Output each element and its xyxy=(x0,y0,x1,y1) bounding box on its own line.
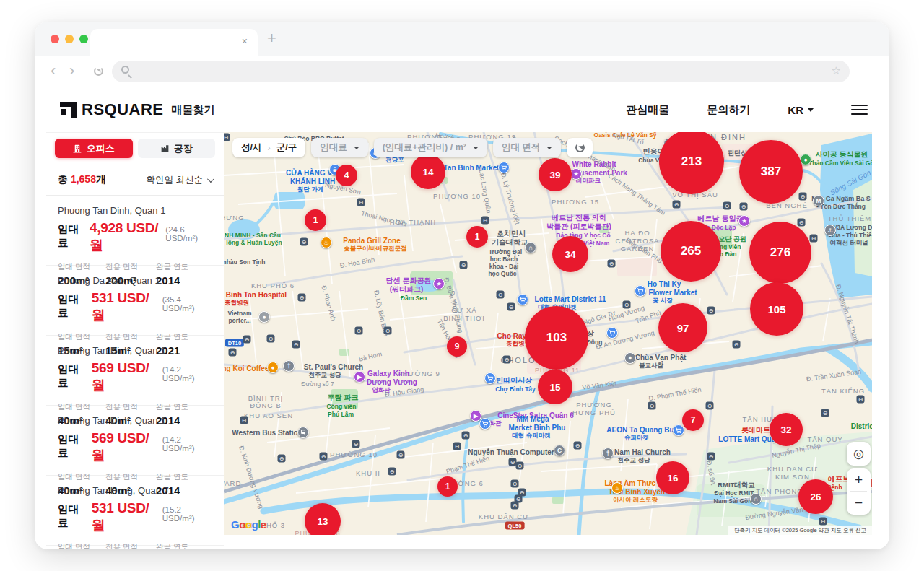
metro-station-icon[interactable]: ⊖ xyxy=(733,341,741,349)
metro-station-icon[interactable]: ⊖ xyxy=(857,396,865,404)
metro-station-icon[interactable]: ⊖ xyxy=(706,402,714,410)
property-cluster-marker[interactable]: 16 xyxy=(656,461,689,494)
property-cluster-marker[interactable]: 4 xyxy=(336,165,357,186)
zoom-in-button[interactable]: + xyxy=(847,468,871,491)
metro-station-icon[interactable]: ⊖ xyxy=(453,443,461,450)
property-cluster-marker[interactable]: 265 xyxy=(661,221,721,282)
metro-station-icon[interactable]: ⊖ xyxy=(821,409,829,417)
spark-poi-icon[interactable]: ✦ xyxy=(624,352,636,364)
dot-poi-icon[interactable]: ● xyxy=(267,362,279,373)
sort-dropdown[interactable]: 확인일 최신순 xyxy=(147,174,212,186)
star-poi-icon[interactable]: ★ xyxy=(433,278,445,289)
metro-station-icon[interactable]: ⊖ xyxy=(799,193,807,201)
property-cluster-marker[interactable]: 97 xyxy=(658,303,707,352)
geolocate-button[interactable]: ◎ xyxy=(847,442,871,466)
region-filter[interactable]: 성/시 › 군/구 xyxy=(232,138,305,157)
property-cluster-marker[interactable]: 15 xyxy=(538,370,572,404)
metro-station-icon[interactable]: ⊖ xyxy=(355,327,363,335)
hot-poi-icon[interactable]: ♨ xyxy=(611,482,623,494)
map-canvas[interactable]: PHƯỜNG 14PHƯỜNG 12Chú Béo BBQ BuffetOasi… xyxy=(224,132,872,535)
cap-poi-icon[interactable]: ∩ xyxy=(750,493,762,505)
language-selector[interactable]: KR xyxy=(788,104,814,116)
tab-close-icon[interactable]: × xyxy=(242,35,248,47)
area-filter[interactable]: 임대 면적 xyxy=(493,138,561,157)
property-cluster-marker[interactable]: 105 xyxy=(750,282,803,336)
metro-station-icon[interactable]: ⊖ xyxy=(292,341,300,349)
metro-station-icon[interactable]: ⊖ xyxy=(673,201,681,209)
property-cluster-marker[interactable]: 7 xyxy=(682,409,704,431)
metro-station-icon[interactable]: ⊖ xyxy=(608,260,616,268)
nav-favorites[interactable]: 관심매물 xyxy=(626,103,669,117)
metro-station-icon[interactable]: ⊖ xyxy=(515,495,523,503)
anchor-poi-icon[interactable]: ⚓ xyxy=(824,225,836,236)
property-cluster-marker[interactable]: 39 xyxy=(539,158,572,191)
metro-station-icon[interactable]: ⊖ xyxy=(298,294,306,302)
property-cluster-marker[interactable]: 387 xyxy=(739,140,803,204)
new-tab-button[interactable]: + xyxy=(267,29,276,48)
cart-poi-icon[interactable] xyxy=(635,285,646,297)
metro-station-icon[interactable]: ⊖ xyxy=(707,453,715,461)
property-cluster-marker[interactable]: 32 xyxy=(770,413,803,446)
cart-poi-icon[interactable] xyxy=(673,424,684,436)
close-window-button[interactable] xyxy=(51,35,59,43)
refresh-icon[interactable] xyxy=(94,66,103,79)
zoom-out-button[interactable]: − xyxy=(847,492,871,514)
metro-station-icon[interactable]: ⊖ xyxy=(278,455,286,463)
property-cluster-marker[interactable]: 26 xyxy=(798,479,833,514)
metro-station-icon[interactable]: ⊖ xyxy=(516,462,524,470)
metro-station-icon[interactable]: ⊖ xyxy=(810,235,818,243)
dot-poi-icon[interactable]: ● xyxy=(258,311,270,323)
cart-poi-icon[interactable] xyxy=(517,294,528,305)
metro-station-icon[interactable]: ⊖ xyxy=(229,349,237,357)
tab-factory[interactable]: 공장 xyxy=(138,139,216,158)
minimize-window-button[interactable] xyxy=(65,35,74,43)
metro-station-icon[interactable]: ⊖ xyxy=(224,134,230,141)
cart-poi-icon[interactable] xyxy=(498,162,510,173)
bus-poi-icon[interactable] xyxy=(297,427,309,438)
cart-poi-icon[interactable] xyxy=(479,418,491,430)
metro-station-icon[interactable]: ⊖ xyxy=(798,219,806,227)
metro-station-icon[interactable]: ⊖ xyxy=(507,303,515,311)
property-cluster-marker[interactable]: 14 xyxy=(411,154,445,189)
metro-station-icon[interactable]: ⊖ xyxy=(740,203,748,211)
forward-icon[interactable]: › xyxy=(69,61,74,80)
nav-inquiry[interactable]: 문의하기 xyxy=(707,103,750,117)
property-cluster-marker[interactable]: 103 xyxy=(525,306,588,370)
property-cluster-marker[interactable]: 1 xyxy=(437,476,458,497)
property-cluster-marker[interactable]: 9 xyxy=(447,336,467,357)
map-refresh-button[interactable] xyxy=(567,138,593,157)
metro-station-icon[interactable]: ⊖ xyxy=(462,432,470,440)
metro-station-icon[interactable]: ⊖ xyxy=(623,301,631,309)
M-poi-icon[interactable]: M xyxy=(813,195,824,206)
cart-poi-icon[interactable] xyxy=(484,372,496,384)
property-cluster-marker[interactable]: 276 xyxy=(749,222,811,284)
url-bar[interactable]: ☆ xyxy=(112,61,850,82)
metro-station-icon[interactable]: ⊖ xyxy=(320,453,328,461)
rent-mgmt-filter[interactable]: (임대료+관리비) / m² xyxy=(374,138,487,157)
property-cluster-marker[interactable]: 34 xyxy=(552,236,588,272)
metro-station-icon[interactable]: ⊖ xyxy=(300,238,308,246)
star-poi-icon[interactable]: ★ xyxy=(738,215,750,227)
metro-station-icon[interactable]: ⊖ xyxy=(388,468,396,476)
browser-tab[interactable]: × xyxy=(90,29,258,56)
metro-station-icon[interactable]: ⊖ xyxy=(574,442,582,450)
metro-station-icon[interactable]: ⊖ xyxy=(511,480,519,488)
metro-station-icon[interactable]: ⊖ xyxy=(503,356,511,364)
rent-filter[interactable]: 임대료 xyxy=(311,138,368,157)
metro-station-icon[interactable]: ⊖ xyxy=(707,307,715,315)
menu-icon[interactable] xyxy=(851,105,868,115)
metro-station-icon[interactable]: ⊖ xyxy=(648,402,656,410)
cross-poi-icon[interactable]: † xyxy=(602,448,614,459)
star-poi-icon[interactable]: ★ xyxy=(570,168,582,180)
metro-station-icon[interactable]: ⊖ xyxy=(723,202,731,210)
tab-office[interactable]: 오피스 xyxy=(55,139,133,158)
bookmark-star-icon[interactable]: ☆ xyxy=(832,64,841,77)
metro-station-icon[interactable]: ⊖ xyxy=(357,199,365,206)
listing-item[interactable]: Phuong Tan Dinh, Quan 1 임대료 4,928 USD/월 … xyxy=(46,196,224,266)
metro-station-icon[interactable]: ⊖ xyxy=(819,518,827,526)
cross-poi-icon[interactable]: † xyxy=(283,360,295,372)
metro-station-icon[interactable]: ⊖ xyxy=(481,217,489,225)
maximize-window-button[interactable] xyxy=(79,35,88,43)
play-poi-icon[interactable]: ▶ xyxy=(354,371,365,383)
metro-station-icon[interactable]: ⊖ xyxy=(460,261,468,269)
